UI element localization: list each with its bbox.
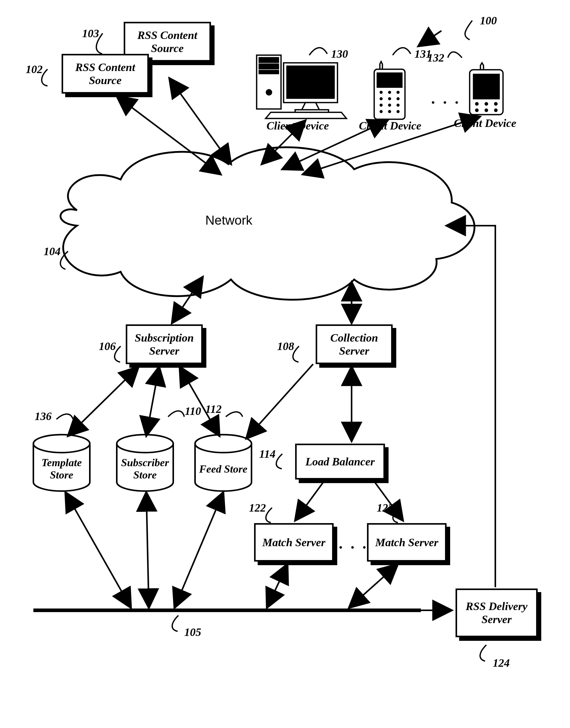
ref-105: 105: [184, 626, 201, 639]
svg-rect-23: [474, 74, 499, 99]
svg-point-31: [117, 435, 173, 453]
svg-point-20: [388, 110, 391, 113]
ref-130: 130: [331, 47, 348, 60]
client-device-pda-icon: [470, 63, 503, 115]
ref-114: 114: [259, 448, 276, 461]
rss-content-source-1-label: RSS Content Source: [65, 61, 145, 87]
ref-122: 122: [249, 501, 266, 514]
client-device-3-label: Client Device: [449, 117, 521, 130]
svg-point-14: [388, 97, 391, 100]
client-device-ellipsis: . . .: [431, 90, 461, 107]
svg-point-17: [388, 104, 391, 107]
svg-point-32: [195, 435, 252, 453]
svg-point-30: [33, 435, 90, 453]
svg-rect-1: [259, 58, 278, 62]
diagram-canvas: RSS Content Source RSS Content Source Ne…: [0, 0, 570, 728]
svg-point-29: [494, 108, 498, 112]
network-label: Network: [205, 213, 252, 228]
rss-content-source-2-label: RSS Content Source: [127, 29, 207, 55]
svg-point-25: [485, 102, 488, 106]
load-balancer-box: Load Balancer: [295, 444, 385, 480]
svg-point-15: [396, 97, 399, 100]
svg-point-11: [388, 91, 391, 94]
svg-rect-3: [259, 70, 278, 74]
rss-content-source-box-1: RSS Content Source: [62, 54, 149, 94]
client-device-phone-icon: [374, 62, 405, 119]
template-store-label: Template Store: [37, 457, 86, 481]
ref-136: 136: [35, 410, 52, 423]
client-device-desktop-icon: [257, 55, 346, 118]
svg-point-24: [475, 102, 479, 106]
ref-104: 104: [44, 245, 60, 258]
client-device-1-label: Client Device: [257, 119, 339, 132]
svg-point-28: [485, 108, 488, 112]
svg-rect-9: [377, 73, 402, 87]
ref-132: 132: [427, 51, 444, 64]
svg-rect-6: [287, 66, 334, 98]
svg-point-4: [266, 90, 272, 95]
subscription-server-label: Subscription Server: [129, 331, 199, 357]
svg-line-41: [68, 367, 138, 436]
svg-point-12: [396, 91, 399, 94]
svg-rect-0: [257, 55, 281, 109]
svg-line-44: [246, 364, 313, 439]
svg-line-49: [146, 492, 149, 608]
svg-point-18: [396, 104, 399, 107]
rss-delivery-server-label: RSS Delivery Server: [459, 600, 534, 626]
svg-point-19: [379, 110, 383, 113]
ref-123: 123: [377, 501, 394, 514]
svg-line-50: [175, 492, 223, 608]
ref-124: 124: [493, 656, 510, 670]
ref-112: 112: [205, 403, 222, 416]
svg-point-26: [494, 102, 498, 106]
subscription-server-box: Subscription Server: [126, 324, 203, 364]
subscriber-store-label: Subscriber Store: [118, 457, 172, 481]
client-device-2-label: Client Device: [354, 119, 426, 132]
match-server-box-1: Match Server: [254, 523, 334, 562]
ref-108: 108: [277, 340, 294, 353]
svg-point-13: [379, 97, 383, 100]
svg-line-48: [65, 492, 131, 608]
svg-line-33: [418, 31, 442, 46]
collection-server-box: Collection Server: [316, 324, 393, 364]
svg-line-52: [349, 564, 398, 608]
ref-103: 103: [82, 27, 99, 40]
match-server-2-label: Match Server: [370, 536, 443, 549]
load-balancer-label: Load Balancer: [299, 455, 381, 468]
ref-102: 102: [26, 63, 43, 76]
svg-point-27: [475, 108, 479, 112]
feed-store-label: Feed Store: [198, 463, 249, 475]
ref-110: 110: [185, 405, 201, 418]
collection-server-label: Collection Server: [319, 331, 389, 357]
svg-point-16: [379, 104, 383, 107]
svg-line-46: [295, 482, 323, 521]
match-server-ellipsis: . . .: [339, 535, 368, 552]
svg-line-42: [146, 367, 159, 436]
rss-delivery-server-box: RSS Delivery Server: [456, 589, 538, 637]
svg-line-51: [267, 564, 287, 608]
svg-line-43: [180, 367, 220, 436]
ref-106: 106: [99, 340, 116, 353]
ref-100: 100: [480, 14, 497, 27]
match-server-1-label: Match Server: [258, 536, 330, 549]
svg-point-10: [379, 91, 383, 94]
match-server-box-2: Match Server: [367, 523, 447, 562]
network-cloud: [60, 147, 475, 300]
svg-point-21: [396, 110, 399, 113]
svg-rect-2: [259, 64, 278, 69]
